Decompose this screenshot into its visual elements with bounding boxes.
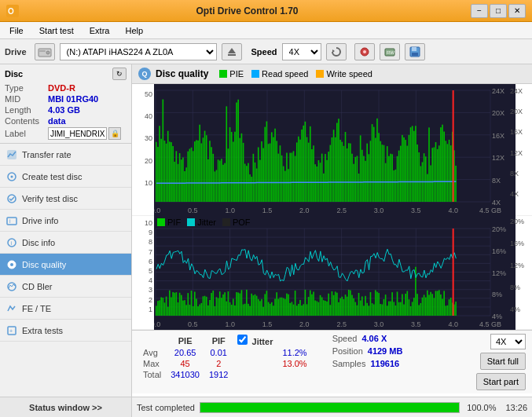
stats-header-pof: Jitter xyxy=(233,334,277,347)
stats-max-pof xyxy=(233,358,277,369)
status-percentage: 100.0% xyxy=(464,403,496,412)
bottom-chart-container: 10 9 8 7 6 5 4 3 2 1 20% 16% xyxy=(132,216,532,330)
menu-extra[interactable]: Extra xyxy=(83,24,116,37)
disc-type-row: Type DVD-R xyxy=(5,83,127,93)
disc-length-key: Length xyxy=(5,105,48,115)
drive-select[interactable]: (N:) ATAPI iHAS224 A ZL0A xyxy=(60,43,217,60)
speed-select[interactable]: 4X xyxy=(282,43,321,60)
legend-pif: PIF xyxy=(157,218,181,227)
top-chart-y-labels-right: 24X 20X 16X 12X 8X 4X xyxy=(508,84,532,201)
sidebar-item-extra-tests-label: Extra tests xyxy=(22,326,63,335)
legend-write-speed-label: Write speed xyxy=(326,69,372,79)
stats-position-val: 4129 MB xyxy=(368,346,403,356)
fe-te-icon xyxy=(6,303,17,314)
stats-row-total: Total 341030 1912 xyxy=(138,369,312,380)
erase-button[interactable]: RW xyxy=(380,43,400,60)
menu-help[interactable]: Help xyxy=(119,24,149,37)
sidebar-item-fe-te[interactable]: FE / TE xyxy=(0,298,131,320)
svg-point-3 xyxy=(46,51,50,54)
status-time: 13:26 xyxy=(505,403,527,412)
drive-icon xyxy=(35,43,55,60)
sidebar-item-transfer-rate[interactable]: Transfer rate xyxy=(0,144,131,166)
stats-max-pie: 45 xyxy=(166,358,204,369)
disc-label-row: Label 🔒 xyxy=(5,127,127,140)
bottom-chart-canvas xyxy=(154,216,515,330)
legend-top: PIE Read speed Write speed xyxy=(219,69,372,79)
top-chart-y-labels: 50 40 30 20 10 xyxy=(132,84,154,215)
disc-contents-row: Contents data xyxy=(5,116,127,126)
stats-header-jitter: Jitter xyxy=(252,337,273,346)
disc-header: Disc ↻ xyxy=(5,68,127,80)
status-bar: Status window >> Test completed 100.0% 1… xyxy=(0,397,532,417)
stats-speed-select-row: 4X xyxy=(490,334,526,349)
menu-start-test[interactable]: Start test xyxy=(33,24,80,37)
legend-pif-dot xyxy=(157,218,165,226)
sidebar: Disc ↻ Type DVD-R MID MBI 01RG40 Length … xyxy=(0,64,132,397)
svg-rect-19 xyxy=(7,218,17,225)
disc-quality-icon xyxy=(6,259,17,270)
stats-position-row: Position 4129 MB xyxy=(332,346,403,356)
sidebar-item-verify-test-disc[interactable]: Verify test disc xyxy=(0,188,131,210)
disc-mid-row: MID MBI 01RG40 xyxy=(5,94,127,104)
options-button[interactable] xyxy=(354,43,375,60)
legend-jitter-dot xyxy=(187,218,195,226)
close-button[interactable]: ✕ xyxy=(508,4,526,18)
stats-total-pie: 341030 xyxy=(166,369,204,380)
eject-button[interactable] xyxy=(222,43,242,60)
sidebar-item-verify-test-disc-label: Verify test disc xyxy=(22,194,78,203)
sidebar-item-create-test-disc-label: Create test disc xyxy=(22,172,82,181)
create-test-disc-icon xyxy=(6,171,17,182)
drive-info-icon: i xyxy=(6,215,17,226)
status-window-button[interactable]: Status window >> xyxy=(0,397,132,418)
disc-label-icon-button[interactable]: 🔒 xyxy=(108,127,121,140)
stats-samples-val: 119616 xyxy=(370,359,399,368)
legend-jitter-label: Jitter xyxy=(197,218,216,227)
legend-pof-label: POF xyxy=(233,218,251,227)
legend-read-speed-label: Read speed xyxy=(262,69,308,79)
save-button[interactable] xyxy=(405,43,425,60)
stats-table: PIE PIF Jitter Avg 20.65 0.01 xyxy=(138,334,312,380)
sidebar-item-create-test-disc[interactable]: Create test disc xyxy=(0,166,131,188)
minimize-button[interactable]: − xyxy=(471,4,488,18)
svg-marker-7 xyxy=(332,49,335,53)
svg-text:+: + xyxy=(9,328,13,334)
sidebar-item-disc-info[interactable]: i Disc info xyxy=(0,232,131,254)
jitter-checkbox[interactable] xyxy=(237,335,248,345)
legend-pie: PIE xyxy=(219,69,244,79)
sidebar-item-transfer-rate-label: Transfer rate xyxy=(22,150,72,159)
refresh-drive-button[interactable] xyxy=(326,43,347,60)
disc-refresh-button[interactable]: ↻ xyxy=(112,68,127,80)
bottom-chart-canvas-area: 20% 16% 12% 8% 4% PIF xyxy=(154,216,532,329)
start-full-button[interactable]: Start full xyxy=(480,353,526,370)
svg-point-24 xyxy=(10,263,13,266)
sidebar-item-disc-quality[interactable]: Disc quality xyxy=(0,254,131,276)
sidebar-item-extra-tests[interactable]: + Extra tests xyxy=(0,320,131,342)
legend-pie-dot xyxy=(219,70,227,78)
drive-label: Drive xyxy=(5,47,27,57)
disc-label-key: Label xyxy=(5,129,48,138)
disc-label-input[interactable] xyxy=(48,127,107,140)
window-controls: − □ ✕ xyxy=(471,4,526,18)
stats-buttons-panel: 4X Start full Start part xyxy=(476,334,526,390)
maximize-button[interactable]: □ xyxy=(490,4,507,18)
top-chart-container: 50 40 30 20 10 24X 20X 16X 12X 8X 4X xyxy=(132,84,532,216)
top-chart-canvas xyxy=(154,84,515,216)
disc-quality-header: Q Disc quality PIE Read speed Write spee… xyxy=(132,64,532,84)
app-title: Opti Drive Control 1.70 xyxy=(24,5,471,16)
stats-speed-val: 4.06 X xyxy=(361,334,387,343)
stats-position-key: Position xyxy=(332,346,363,356)
disc-type-val: DVD-R xyxy=(48,83,75,93)
sidebar-item-cd-bler[interactable]: CD Bler xyxy=(0,276,131,298)
start-part-button[interactable]: Start part xyxy=(476,373,526,390)
legend-read-speed: Read speed xyxy=(251,69,308,79)
legend-pif-label: PIF xyxy=(167,218,181,227)
sidebar-item-drive-info[interactable]: i Drive info xyxy=(0,210,131,232)
sidebar-item-fe-te-label: FE / TE xyxy=(22,304,51,313)
stats-speed-select[interactable]: 4X xyxy=(490,334,526,349)
svg-rect-6 xyxy=(228,54,236,56)
menu-file[interactable]: File xyxy=(3,24,30,37)
verify-test-disc-icon xyxy=(6,193,17,204)
bottom-chart-legend: PIF Jitter POF xyxy=(157,218,251,227)
disc-contents-val: data xyxy=(48,116,66,126)
stats-data-table: PIE PIF Jitter Avg 20.65 0.01 xyxy=(138,334,312,380)
